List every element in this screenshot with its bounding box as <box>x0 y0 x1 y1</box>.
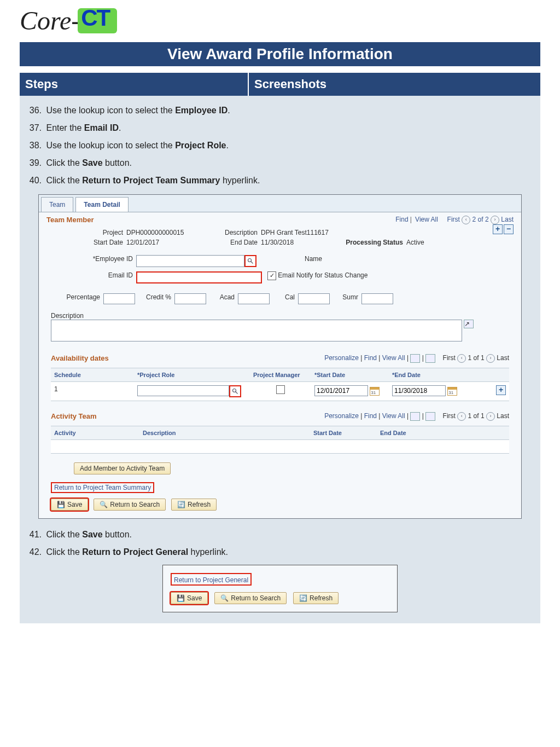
email-id-input[interactable] <box>136 271 262 283</box>
pager-text: 2 of 2 <box>472 216 489 223</box>
team-member-nav: Find| View All First ‹ 2 of 2 › Last <box>395 216 514 224</box>
remove-row-button[interactable]: − <box>504 224 514 234</box>
refresh-icon: 🔄 <box>177 501 185 508</box>
sumr-label: Sumr <box>333 293 361 304</box>
description-value: DPH Grant Test111617 <box>261 229 329 236</box>
prev-icon[interactable]: ‹ <box>462 216 470 224</box>
hdr-start: *Start Date <box>311 368 389 381</box>
avail-personalize-link[interactable]: Personalize <box>324 354 359 362</box>
svg-point-0 <box>248 259 252 262</box>
save-icon: 💾 <box>57 501 65 508</box>
act-prev-icon[interactable]: ‹ <box>457 412 466 421</box>
cal-input[interactable] <box>298 293 330 304</box>
column-header-steps: Steps <box>20 73 248 96</box>
project-label: Project <box>51 229 126 236</box>
act-download-icon[interactable] <box>425 412 435 421</box>
find-link[interactable]: Find <box>395 216 408 223</box>
activity-toolbar: Personalize | Find | View All | | First … <box>324 412 509 421</box>
email-notify-checkbox[interactable]: ✓ <box>267 271 276 280</box>
snippet-refresh-button[interactable]: 🔄Refresh <box>293 592 339 604</box>
hdr-act-start: Start Date <box>310 426 377 439</box>
svg-line-3 <box>236 392 238 394</box>
refresh-icon: 🔄 <box>299 594 307 602</box>
avail-prev-icon[interactable]: ‹ <box>457 354 466 363</box>
act-next-icon[interactable]: › <box>486 412 495 421</box>
availability-row: 1 + <box>51 382 509 401</box>
percentage-input[interactable] <box>103 293 135 304</box>
refresh-button[interactable]: 🔄Refresh <box>171 499 217 511</box>
pm-checkbox[interactable] <box>276 385 285 394</box>
credit-label: Credit % <box>138 293 174 304</box>
description-label: Description <box>214 229 261 236</box>
project-role-lookup-icon[interactable] <box>229 385 241 397</box>
step-38: 38. Use the lookup icon to select the Pr… <box>26 141 534 150</box>
cal-label: Cal <box>273 293 298 304</box>
procstatus-value: Active <box>406 239 424 246</box>
last-label: Last <box>501 216 514 223</box>
avail-next-icon[interactable]: › <box>486 354 495 363</box>
add-row-button[interactable]: + <box>493 224 503 234</box>
add-member-button[interactable]: Add Member to Activity Team <box>74 462 171 474</box>
snippet-screenshot: Return to Project General 💾Save 🔍Return … <box>162 565 398 612</box>
snippet-return-search-button[interactable]: 🔍Return to Search <box>214 592 287 604</box>
logo: Core-CT <box>0 0 560 38</box>
act-find-link[interactable]: Find <box>364 412 377 420</box>
hdr-activity: Activity <box>51 426 139 439</box>
search-icon: 🔍 <box>100 501 108 508</box>
tab-team[interactable]: Team <box>41 197 73 212</box>
employee-id-input[interactable] <box>136 255 244 267</box>
page-title: View Award Profile Information <box>20 42 540 66</box>
calendar-icon[interactable] <box>447 387 457 396</box>
step-39: 39. Click the Save button. <box>26 158 534 168</box>
return-summary-link-box: Return to Project Team Summary <box>51 482 154 493</box>
sumr-input[interactable] <box>361 293 393 304</box>
snippet-save-button[interactable]: 💾Save <box>171 592 208 604</box>
steps-list-b: 41. Click the Save button. 42. Click the… <box>26 530 534 557</box>
avail-download-icon[interactable] <box>425 354 435 363</box>
avail-start-input[interactable] <box>314 385 368 396</box>
avail-find-link[interactable]: Find <box>364 354 377 362</box>
availability-title: Availability dates <box>51 354 109 362</box>
expand-textarea-icon[interactable]: ↗ <box>464 320 474 328</box>
avail-zoom-icon[interactable] <box>410 354 420 363</box>
return-general-link[interactable]: Return to Project General <box>174 576 248 584</box>
return-summary-link[interactable]: Return to Project Team Summary <box>54 484 151 491</box>
step-37: 37. Enter the Email ID. <box>26 123 534 133</box>
first-label: First <box>447 216 460 223</box>
hdr-role: *Project Role <box>134 368 250 381</box>
calendar-icon[interactable] <box>370 387 380 396</box>
logo-badge: CT <box>78 8 117 33</box>
credit-input[interactable] <box>174 293 206 304</box>
save-button[interactable]: 💾Save <box>51 499 88 511</box>
act-zoom-icon[interactable] <box>410 412 420 421</box>
avail-end-input[interactable] <box>392 385 446 396</box>
return-to-search-button[interactable]: 🔍Return to Search <box>94 499 166 511</box>
save-icon: 💾 <box>177 594 185 602</box>
hdr-schedule: Schedule <box>51 368 134 381</box>
viewall-link[interactable]: View All <box>415 216 438 223</box>
hdr-end: *End Date <box>389 368 466 381</box>
activity-team-title: Activity Team <box>51 412 97 420</box>
tab-team-detail[interactable]: Team Detail <box>75 197 128 212</box>
act-viewall-link[interactable]: View All <box>382 412 405 420</box>
app-screenshot: Team Team Detail Team Member Find| View … <box>38 194 522 519</box>
acad-input[interactable] <box>238 293 270 304</box>
steps-list-a: 36. Use the lookup icon to select the Em… <box>26 106 534 186</box>
percentage-label: Percentage <box>51 293 103 304</box>
svg-line-1 <box>251 262 253 264</box>
project-role-input[interactable] <box>137 385 229 396</box>
next-icon[interactable]: › <box>491 216 499 224</box>
employee-id-lookup-icon[interactable] <box>244 255 256 267</box>
return-general-link-box: Return to Project General <box>171 573 252 586</box>
step-42: 42. Click the Return to Project General … <box>26 547 534 557</box>
description-textarea[interactable] <box>51 320 462 341</box>
step-36: 36. Use the lookup icon to select the Em… <box>26 106 534 115</box>
act-personalize-link[interactable]: Personalize <box>324 412 359 420</box>
enddate-label: End Date <box>214 239 261 246</box>
avail-add-row-button[interactable]: + <box>496 385 506 395</box>
svg-point-2 <box>233 389 236 392</box>
enddate-value: 11/30/2018 <box>261 239 337 246</box>
email-id-label: Email ID <box>51 271 136 283</box>
avail-viewall-link[interactable]: View All <box>382 354 405 362</box>
search-icon: 🔍 <box>220 594 229 602</box>
